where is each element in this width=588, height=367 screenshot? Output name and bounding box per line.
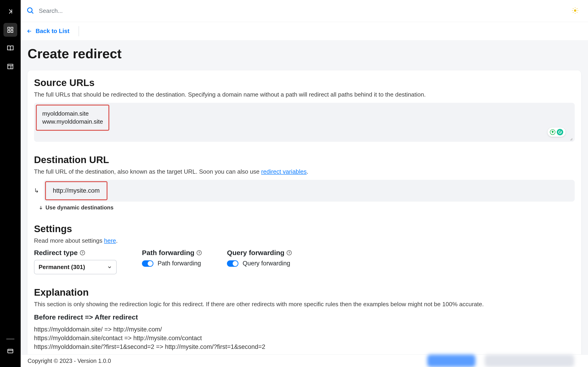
- destination-desc-post: .: [307, 168, 308, 175]
- back-to-list-link[interactable]: Back to List: [26, 26, 79, 36]
- destination-url-input[interactable]: http://mysite.com: [44, 180, 575, 202]
- path-forwarding-toggle[interactable]: [142, 260, 153, 267]
- redirect-variables-link[interactable]: redirect variables: [261, 168, 307, 175]
- footer: Copyright © 2023 - Version 1.0.0: [21, 354, 588, 367]
- layout-icon: [7, 63, 14, 70]
- dynamic-destinations-label: Use dynamic destinations: [45, 204, 113, 211]
- grammarly-icon: [557, 129, 563, 135]
- explanation-subheading: Before redirect => After redirect: [34, 313, 575, 321]
- chevron-down-icon: [107, 265, 112, 270]
- query-forwarding-label: Query forwarding ?: [227, 249, 292, 257]
- path-forwarding-toggle-row: Path forwarding: [142, 260, 202, 267]
- sidebar-item-billing[interactable]: [3, 344, 17, 358]
- settings-section: Settings Read more about settings here. …: [34, 223, 575, 274]
- grid-icon: [7, 26, 14, 33]
- svg-point-9: [557, 129, 563, 135]
- settings-desc-post: .: [116, 237, 118, 244]
- query-forwarding-label-text: Query forwarding: [227, 249, 284, 257]
- back-link-label: Back to List: [36, 27, 69, 35]
- svg-point-7: [574, 9, 577, 12]
- settings-row: Redirect type ? Permanent (301) Path for…: [34, 249, 575, 274]
- svg-rect-1: [11, 27, 13, 29]
- sidebar-item-layout[interactable]: [3, 60, 17, 73]
- explanation-heading: Explanation: [34, 287, 575, 298]
- sidebar: [0, 0, 21, 367]
- sidebar-bottom: [0, 339, 21, 358]
- grammarly-widget[interactable]: [548, 127, 565, 137]
- form-card: Source URLs The full URLs that should be…: [27, 70, 581, 354]
- explanation-section: Explanation This section is only showing…: [34, 287, 575, 351]
- topbar: [21, 0, 588, 22]
- redirect-type-value: Permanent (301): [39, 264, 85, 271]
- source-urls-textarea[interactable]: myolddomain.site www.myolddomain.site: [34, 103, 575, 142]
- sub-arrow-icon: ↳: [34, 187, 39, 194]
- use-dynamic-destinations-link[interactable]: Use dynamic destinations: [39, 204, 575, 211]
- query-forwarding-col: Query forwarding ? Query forwarding: [227, 249, 292, 274]
- settings-desc: Read more about settings here.: [34, 237, 575, 244]
- redirect-type-col: Redirect type ? Permanent (301): [34, 249, 117, 274]
- chevron-right-bar-icon: [7, 8, 14, 15]
- svg-rect-4: [8, 64, 13, 69]
- search-input[interactable]: [39, 7, 567, 15]
- query-forwarding-toggle-row: Query forwarding: [227, 260, 292, 267]
- redirect-type-label: Redirect type ?: [34, 249, 117, 257]
- redirect-type-label-text: Redirect type: [34, 249, 78, 257]
- destination-desc-pre: The full URL of the destination, also kn…: [34, 168, 261, 175]
- theme-toggle-button[interactable]: [571, 7, 579, 15]
- svg-rect-5: [8, 349, 13, 353]
- sidebar-expand-button[interactable]: [3, 5, 17, 18]
- settings-heading: Settings: [34, 223, 575, 234]
- lightbulb-icon: [550, 129, 555, 135]
- source-urls-heading: Source URLs: [34, 77, 575, 88]
- main: Back to List Create redirect Source URLs…: [21, 0, 588, 367]
- sidebar-item-docs[interactable]: [3, 41, 17, 55]
- source-urls-highlight: myolddomain.site www.myolddomain.site: [36, 105, 109, 131]
- resize-handle-icon[interactable]: [569, 137, 573, 141]
- destination-url-desc: The full URL of the destination, also kn…: [34, 168, 575, 175]
- content: Create redirect Source URLs The full URL…: [21, 40, 588, 354]
- help-icon[interactable]: ?: [197, 250, 202, 255]
- explanation-example: https://myolddomain.site/ => http://mysi…: [34, 325, 575, 334]
- destination-url-heading: Destination URL: [34, 154, 575, 165]
- destination-url-highlight: http://mysite.com: [45, 181, 107, 200]
- destination-url-value: http://mysite.com: [49, 184, 103, 197]
- primary-action-button[interactable]: [427, 355, 476, 367]
- explanation-example: https://myolddomain.site/?first=1&second…: [34, 343, 575, 351]
- search-icon: [26, 7, 34, 15]
- wallet-icon: [7, 348, 14, 354]
- source-urls-value: myolddomain.site www.myolddomain.site: [40, 108, 105, 127]
- page-title: Create redirect: [27, 46, 581, 61]
- svg-rect-0: [8, 27, 10, 29]
- arrow-left-icon: [26, 28, 32, 34]
- settings-help-link[interactable]: here: [104, 237, 116, 244]
- path-forwarding-label-text: Path forwarding: [142, 249, 194, 257]
- redirect-type-select[interactable]: Permanent (301): [34, 260, 117, 274]
- help-icon[interactable]: ?: [287, 250, 292, 255]
- query-forwarding-toggle[interactable]: [227, 260, 238, 267]
- destination-row: ↳ http://mysite.com: [34, 180, 575, 202]
- path-forwarding-label: Path forwarding ?: [142, 249, 202, 257]
- subbar: Back to List: [21, 22, 588, 40]
- sidebar-divider: [6, 339, 15, 340]
- explanation-example: https://myolddomain.site/contact => http…: [34, 334, 575, 343]
- path-forwarding-col: Path forwarding ? Path forwarding: [142, 249, 202, 274]
- path-forwarding-toggle-label: Path forwarding: [157, 260, 201, 267]
- book-open-icon: [7, 45, 14, 52]
- svg-rect-3: [11, 31, 13, 33]
- svg-rect-2: [8, 31, 10, 33]
- settings-desc-pre: Read more about settings: [34, 237, 104, 244]
- svg-point-6: [27, 8, 32, 12]
- secondary-action-button[interactable]: [485, 355, 574, 367]
- footer-text: Copyright © 2023 - Version 1.0.0: [27, 358, 111, 364]
- help-icon[interactable]: ?: [80, 250, 85, 255]
- query-forwarding-toggle-label: Query forwarding: [242, 260, 290, 267]
- sidebar-item-dashboard[interactable]: [3, 23, 17, 37]
- sun-icon: [571, 7, 579, 14]
- source-urls-desc: The full URLs that should be redirected …: [34, 91, 575, 98]
- arrow-down-icon: [39, 205, 43, 210]
- explanation-desc: This section is only showing the redirec…: [34, 301, 575, 308]
